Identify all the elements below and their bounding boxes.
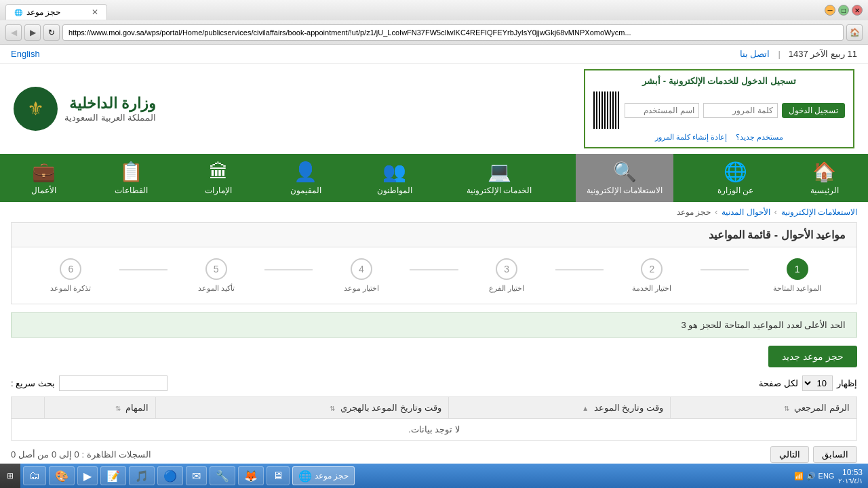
system-tray: 📶 🔊 ENG bbox=[794, 472, 835, 481]
ministry-logo: ⚜ bbox=[14, 87, 58, 131]
country-name: المملكة العربية السعودية bbox=[64, 113, 156, 123]
nav-item-sectors[interactable]: 📋 القطاعات bbox=[104, 154, 159, 202]
quick-search-input[interactable] bbox=[59, 375, 167, 391]
minimize-button[interactable]: ─ bbox=[825, 5, 835, 16]
login-button[interactable]: تسجيل الدخول bbox=[782, 103, 845, 118]
citizens-nav-icon: 👥 bbox=[382, 161, 406, 183]
tray-volume-icon: 🔊 bbox=[806, 472, 816, 481]
sort-ref-icon[interactable]: ⇅ bbox=[784, 405, 789, 412]
file-manager-icon: 🗂 bbox=[29, 470, 40, 482]
barcode-area bbox=[593, 92, 620, 129]
no-data-message: لا توجد بيانات. bbox=[12, 419, 857, 441]
taskbar-item-chrome[interactable]: 🔵 bbox=[157, 466, 183, 485]
col-datetime: وقت وتاريخ الموعد ▲ bbox=[448, 397, 670, 419]
address-bar[interactable] bbox=[62, 24, 844, 41]
password-input[interactable] bbox=[703, 103, 778, 118]
step-6-label: تذكرة الموعد bbox=[50, 284, 91, 293]
taskbar-right: 📶 🔊 ENG 10:53 ٢٠١٦/٤/١ bbox=[789, 468, 868, 485]
winamp-icon: 🎵 bbox=[135, 470, 149, 483]
page-header: تسجيل الدخول للخدمات الإلكترونية - أبشر … bbox=[0, 64, 868, 154]
firefox-icon: 🦊 bbox=[244, 470, 258, 483]
barcode-image bbox=[593, 92, 620, 129]
steps-container: 1 المواعيد المتاحة 2 اختيار الخدمة 3 اخت… bbox=[11, 247, 857, 304]
action-bar: حجز موعد جديد bbox=[11, 346, 857, 367]
taskbar-item-tool[interactable]: 🔧 bbox=[210, 466, 235, 485]
step-1-circle: 1 bbox=[787, 258, 808, 280]
back-button[interactable]: ◀ bbox=[5, 24, 22, 41]
close-button[interactable]: ✕ bbox=[852, 5, 863, 16]
sectors-nav-icon: 📋 bbox=[119, 161, 143, 183]
steps-list: 1 المواعيد المتاحة 2 اختيار الخدمة 3 اخت… bbox=[22, 258, 846, 293]
home-button[interactable]: 🏠 bbox=[846, 24, 863, 41]
taskbar-item-winamp[interactable]: 🎵 bbox=[129, 466, 155, 485]
step-2: 2 اختيار الخدمة bbox=[604, 258, 701, 293]
appointments-table: الرقم المرجعي ⇅ وقت وتاريخ الموعد ▲ وقت … bbox=[11, 396, 857, 441]
taskbar-item-email[interactable]: ✉ bbox=[186, 466, 207, 485]
taskbar-item-file-manager[interactable]: 🗂 bbox=[23, 466, 46, 485]
logo-area: وزارة الداخلية المملكة العربية السعودية … bbox=[14, 87, 156, 131]
step-5-circle: 5 bbox=[205, 258, 227, 280]
browser-tab-active[interactable]: 🌐 حجز موعد ✕ bbox=[5, 4, 107, 20]
per-page-select[interactable]: 10 25 50 bbox=[802, 375, 833, 391]
refresh-button[interactable]: ↻ bbox=[43, 24, 60, 41]
tab-close-button[interactable]: ✕ bbox=[92, 7, 98, 17]
tab-favicon: 🌐 bbox=[14, 9, 22, 16]
taskbar-item-firefox[interactable]: 🦊 bbox=[238, 466, 264, 485]
taskbar-item-app1[interactable]: 🖥 bbox=[267, 466, 290, 485]
sort-hijri-icon[interactable]: ⇅ bbox=[330, 405, 335, 412]
nav-item-residents[interactable]: 👤 المقيمون bbox=[279, 154, 333, 202]
breadcrumb-inquiries[interactable]: الاستعلامات الإلكترونية bbox=[781, 207, 857, 217]
eservices-nav-label: الخدمات الإلكترونية bbox=[467, 186, 532, 195]
new-user-link[interactable]: مستخدم جديد؟ bbox=[736, 133, 783, 141]
start-icon: ⊞ bbox=[7, 471, 14, 481]
prev-button[interactable]: السابق bbox=[813, 446, 857, 463]
maximize-button[interactable]: □ bbox=[838, 5, 849, 16]
taskbar-item-word[interactable]: 📝 bbox=[100, 466, 126, 485]
sort-tasks-icon[interactable]: ⇅ bbox=[115, 405, 121, 412]
new-appointment-button[interactable]: حجز موعد جديد bbox=[768, 346, 857, 367]
step-4-circle: 4 bbox=[351, 258, 372, 280]
sort-datetime-icon[interactable]: ▲ bbox=[582, 405, 589, 412]
nav-item-emirates[interactable]: 🏛 الإمارات bbox=[191, 154, 245, 202]
nav-item-home[interactable]: 🏠 الرئيسية bbox=[797, 154, 852, 202]
step-6-circle: 6 bbox=[60, 258, 81, 280]
next-button[interactable]: التالي bbox=[770, 446, 809, 463]
browser-active-icon: 🌐 bbox=[298, 470, 312, 483]
info-box: الحد الأعلى لعدد المواعيد المتاحة للحجز … bbox=[11, 312, 857, 338]
show-label: إظهار bbox=[837, 378, 857, 388]
step-3-label: اختيار الفرع bbox=[489, 284, 524, 293]
business-nav-icon: 💼 bbox=[32, 161, 56, 183]
nav-item-eservices[interactable]: 💻 الخدمات الإلكترونية bbox=[456, 154, 542, 202]
reset-password-link[interactable]: إعادة إنشاء كلمة المرور bbox=[655, 133, 727, 141]
start-button[interactable]: ⊞ bbox=[0, 464, 20, 488]
citizens-nav-label: المواطنون bbox=[377, 186, 412, 195]
login-area: تسجيل الدخول للخدمات الإلكترونية - أبشر … bbox=[584, 69, 854, 148]
ministry-nav-label: عن الوزارة bbox=[717, 186, 753, 195]
date-display: 11 ربيع الآخر 1437 bbox=[789, 49, 857, 59]
breadcrumb-civil[interactable]: الأحوال المدنية bbox=[722, 207, 770, 217]
taskbar-item-media[interactable]: ▶ bbox=[77, 466, 98, 485]
browser-toolbar: ◀ ▶ ↻ 🏠 bbox=[0, 20, 868, 45]
clock-time: 10:53 bbox=[838, 468, 863, 477]
search-box: بحث سريع : bbox=[11, 375, 167, 391]
step-6: 6 تذكرة الموعد bbox=[22, 258, 119, 293]
records-info: السجلات الظاهرة : 0 إلى 0 من أصل 0 bbox=[11, 449, 151, 460]
taskbar-item-browser-active[interactable]: 🌐 حجز موعد bbox=[292, 466, 355, 485]
col-actions bbox=[12, 397, 45, 419]
step-3-circle: 3 bbox=[496, 258, 517, 280]
forward-button[interactable]: ▶ bbox=[24, 24, 41, 41]
nav-item-ministry[interactable]: 🌐 عن الوزارة bbox=[707, 154, 764, 202]
nav-item-inquiries[interactable]: 🔍 الاستعلامات الإلكترونية bbox=[576, 154, 673, 202]
sectors-nav-label: القطاعات bbox=[115, 186, 148, 195]
window-controls: ─ □ ✕ bbox=[825, 5, 863, 16]
username-input[interactable] bbox=[625, 103, 699, 118]
nav-item-business[interactable]: 💼 الأعمال bbox=[16, 154, 71, 202]
step-2-circle: 2 bbox=[641, 258, 663, 280]
app1-icon: 🖥 bbox=[273, 470, 283, 482]
contact-us-link[interactable]: اتصل بنا bbox=[740, 49, 770, 59]
taskbar-item-photoshop[interactable]: 🎨 bbox=[49, 466, 75, 485]
step-4: 4 اختيار موعد bbox=[313, 258, 410, 293]
nav-item-citizens[interactable]: 👥 المواطنون bbox=[366, 154, 423, 202]
english-link[interactable]: English bbox=[11, 49, 40, 59]
email-icon: ✉ bbox=[192, 470, 201, 483]
